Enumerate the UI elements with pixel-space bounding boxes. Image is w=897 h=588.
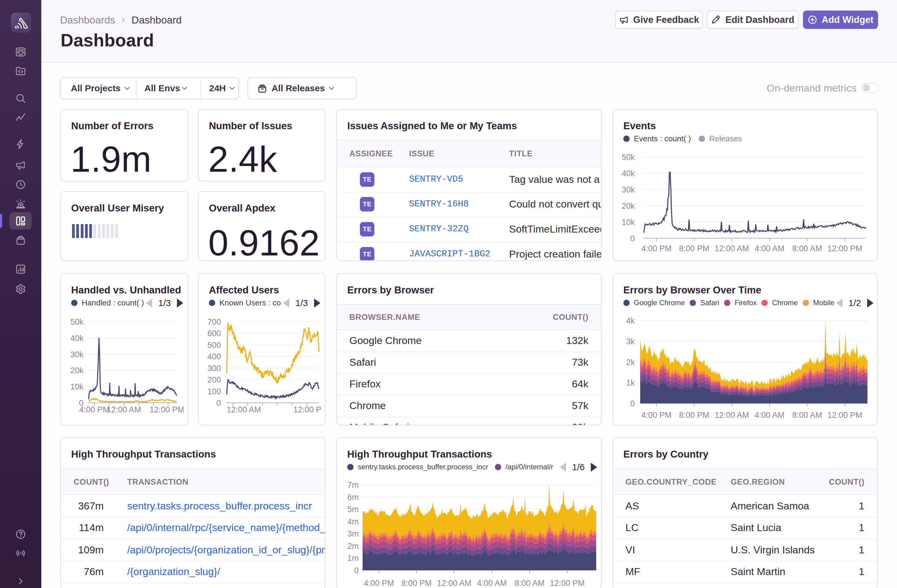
svg-text:30k: 30k [621,185,635,194]
svg-text:2m: 2m [347,542,359,551]
svg-text:20k: 20k [621,202,635,211]
svg-text:400: 400 [207,352,221,361]
svg-text:300: 300 [207,364,221,373]
svg-text:12:00 PM: 12:00 PM [550,579,585,588]
svg-text:50k: 50k [70,318,84,327]
svg-text:0: 0 [216,399,221,408]
svg-text:700: 700 [207,318,221,327]
svg-text:4:00 PM: 4:00 PM [364,579,394,588]
svg-text:3k: 3k [626,337,635,346]
svg-text:1k: 1k [626,378,635,387]
svg-text:40k: 40k [70,334,84,343]
svg-text:10k: 10k [621,218,635,227]
svg-text:12:00 PM: 12:00 PM [150,405,184,414]
svg-text:40k: 40k [621,169,635,178]
svg-text:12:00 AM: 12:00 AM [437,579,471,588]
svg-text:8:00 PM: 8:00 PM [401,579,432,588]
svg-text:4k: 4k [626,316,635,325]
svg-text:10k: 10k [70,382,84,391]
svg-text:1m: 1m [347,554,359,563]
svg-text:4:00 AM: 4:00 AM [755,411,784,420]
svg-text:0: 0 [354,566,359,575]
svg-text:100: 100 [207,387,221,396]
svg-text:12:00 PM: 12:00 PM [827,244,862,253]
svg-text:8:00 AM: 8:00 AM [792,244,822,253]
svg-text:500: 500 [207,341,221,350]
svg-text:12:00 PM: 12:00 PM [827,411,862,420]
svg-text:12:00 PM: 12:00 PM [293,405,326,414]
svg-text:0: 0 [630,399,635,408]
svg-text:12:00 AM: 12:00 AM [715,244,749,253]
svg-text:4:00 PM: 4:00 PM [641,244,672,253]
svg-text:30k: 30k [70,350,84,359]
svg-text:8:00 PM: 8:00 PM [679,244,710,253]
svg-text:4m: 4m [347,517,359,526]
svg-text:2k: 2k [626,358,635,367]
svg-text:12:00 AM: 12:00 AM [227,405,261,414]
svg-text:8:00 PM: 8:00 PM [679,411,710,420]
svg-text:50k: 50k [621,153,635,162]
svg-text:7m: 7m [347,481,359,490]
svg-text:5m: 5m [347,505,359,514]
svg-text:8:00 AM: 8:00 AM [514,579,544,588]
svg-text:12:00 AM: 12:00 AM [715,411,749,420]
svg-text:8:00 AM: 8:00 AM [792,411,822,420]
svg-text:4:00 AM: 4:00 AM [755,244,784,253]
svg-text:600: 600 [207,329,221,338]
svg-text:20k: 20k [70,366,84,375]
svg-text:4:00 PM: 4:00 PM [641,411,672,420]
svg-text:3m: 3m [347,529,359,538]
svg-text:12:00 AM: 12:00 AM [107,405,141,414]
svg-text:4:00 AM: 4:00 AM [477,579,507,588]
svg-text:0: 0 [630,234,635,243]
svg-text:4:00 PM: 4:00 PM [79,405,110,414]
svg-text:6m: 6m [347,493,359,502]
svg-text:200: 200 [207,375,221,384]
